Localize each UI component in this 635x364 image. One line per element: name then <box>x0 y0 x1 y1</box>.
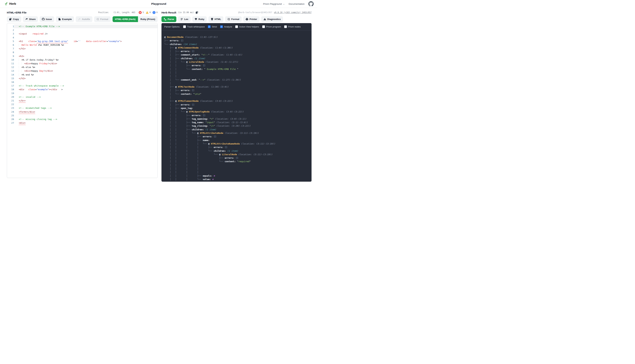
checkbox-icon[interactable] <box>262 26 265 28</box>
code-line[interactable]: 2 <box>7 28 157 32</box>
github-icon[interactable] <box>308 1 314 6</box>
code-line[interactable]: 16 <box>7 80 157 84</box>
line-number: 21 <box>7 99 14 102</box>
code-line[interactable]: 21</br> <box>7 99 157 102</box>
ast-line: │ │ <box>164 71 308 74</box>
diagnostics-button[interactable]: Diagnostics <box>261 16 283 22</box>
code-line[interactable]: 7</h1> <box>7 47 157 50</box>
documentation-link[interactable]: Documentation <box>288 3 304 5</box>
parser-option-prism-program[interactable]: Prism program <box>262 26 281 28</box>
code-line[interactable]: 11 <div>Happy Friday!</div> <box>7 62 157 65</box>
parser-options-label: Parser Options: <box>164 26 180 28</box>
format-indent-icon <box>227 18 230 20</box>
ast-line: │ │ ├── tag_opening: "<" (location: (3:0… <box>164 117 308 121</box>
code-line[interactable]: 27<div> <box>7 121 157 125</box>
code-line[interactable]: 9<h2> <box>7 54 157 58</box>
issue-label: Issue <box>46 18 52 20</box>
parser-option-track-whitespace[interactable]: Track whitespace <box>183 26 205 28</box>
ast-tree: @ DocumentNode (location: (1:0)-(27:5))├… <box>161 30 311 182</box>
ast-line: │ │ │ │ ├── errors: [] <box>164 146 308 149</box>
code-line[interactable]: 25 <box>7 114 157 117</box>
format-button[interactable]: Format <box>94 16 111 22</box>
code-line[interactable]: 8 <box>7 50 157 54</box>
code-line[interactable]: 14 <% end %> <box>7 73 157 76</box>
result-format-label: Format <box>231 18 239 20</box>
html-button[interactable]: HTML <box>208 16 223 22</box>
checkbox-checked-icon[interactable]: ✓ <box>220 26 223 28</box>
code-line[interactable]: 4 <box>7 36 157 40</box>
code-line[interactable]: 17<!-- Track whitespace example --> <box>7 84 157 88</box>
parser-option-prism-nodes[interactable]: Prism nodes <box>284 26 301 28</box>
code-line-content: <form></div> <box>14 110 157 114</box>
line-number: 20 <box>7 95 14 99</box>
code-line[interactable]: 19 <box>7 92 157 95</box>
code-line[interactable]: 22 <box>7 102 157 106</box>
printer-icon <box>246 18 248 20</box>
tab-html-erb-herb[interactable]: HTML+ERB (Herb) <box>113 16 138 22</box>
code-line-content: <div class="example"></div > <box>14 88 157 91</box>
code-line[interactable]: 10 <% if Date.today.friday? %> <box>7 58 157 62</box>
code-line[interactable]: 23<!-- mismatched tags --> <box>7 106 157 110</box>
brand[interactable]: Herb <box>4 2 16 6</box>
parser-option-strict[interactable]: ✓Strict <box>208 26 217 28</box>
copy-result-icon[interactable] <box>195 11 198 14</box>
code-line-content: <!-- Track whitespace example --> <box>14 84 157 88</box>
line-number: 10 <box>7 58 14 62</box>
parser-option-analyze[interactable]: ✓Analyze <box>220 26 232 28</box>
line-number: 14 <box>7 73 14 76</box>
checkbox-icon[interactable] <box>183 26 186 28</box>
tab-ruby-prism[interactable]: Ruby (Prism) <box>138 16 158 22</box>
format-icon <box>96 18 99 20</box>
code-line[interactable]: 13 <div>Happy Day!</div> <box>7 69 157 73</box>
printer-button[interactable]: Printer <box>243 16 259 22</box>
left-panel-title: HTML+ERB File <box>7 11 27 14</box>
printer-label: Printer <box>249 18 257 20</box>
example-button[interactable]: Example <box>56 16 74 22</box>
version-link[interactable]: v0.8.10 (+183 commits) 2402c957 <box>274 11 311 14</box>
checkbox-icon[interactable] <box>235 26 238 28</box>
code-line[interactable]: 6 Hello World <%= RUBY_VERSION %> <box>7 43 157 47</box>
result-format-button[interactable]: Format <box>225 16 242 22</box>
copy-button[interactable]: Copy <box>7 16 21 22</box>
ast-line: │ │ ├── errors: [] <box>164 114 308 117</box>
issue-button[interactable]: Issue <box>40 16 54 22</box>
checkbox-icon[interactable] <box>284 26 287 28</box>
position-label: Position: <box>98 11 109 14</box>
code-line[interactable]: 20<!-- invalid --> <box>7 95 157 99</box>
code-line-content: </h1> <box>14 47 157 50</box>
code-line[interactable]: 15</h2> <box>7 76 157 80</box>
code-line[interactable]: 1<!-- Example HTML+ERB File --> <box>7 24 157 28</box>
ast-line: │ │ │ │ ├── errors: [] <box>164 156 308 160</box>
code-line-content: <!-- Example HTML+ERB File --> <box>14 24 157 28</box>
parser-option-action-view-helpers[interactable]: Action View helpers <box>235 26 259 28</box>
ruby-button[interactable]: Ruby <box>192 16 207 22</box>
code-line-content: <% else %> <box>14 65 157 69</box>
share-button[interactable]: Share <box>23 16 38 22</box>
code-line-content: <% end %> <box>14 73 157 76</box>
ast-line: │ ├── children: (1 item) <box>164 57 308 60</box>
code-line-content <box>14 114 157 117</box>
ast-line: │ │ │ ├── name: <box>164 138 308 142</box>
checkbox-checked-icon[interactable]: ✓ <box>208 26 211 28</box>
prism-playground-link[interactable]: Prism Playground → <box>263 3 285 5</box>
line-number: 25 <box>7 114 14 117</box>
code-editor[interactable]: 1<!-- Example HTML+ERB File -->2 3<input… <box>7 23 158 178</box>
code-line[interactable]: 24<form></div> <box>7 110 157 114</box>
lex-button[interactable]: Lex <box>178 16 191 22</box>
code-line-content: <h2> <box>14 54 157 58</box>
autofix-button[interactable]: Autofix <box>76 16 92 22</box>
code-line[interactable]: 5<h1 class='bg-gray-300 text-gray" id=''… <box>7 40 157 43</box>
file-icon <box>58 18 61 20</box>
parse-button[interactable]: Parse <box>161 16 176 22</box>
code-line[interactable]: 18<div class="example"></div > <box>7 88 157 91</box>
format-label: Format <box>100 18 108 20</box>
code-line[interactable]: 26<!-- missing closing tag --> <box>7 117 157 121</box>
code-line-content: <input required /> <box>14 32 157 36</box>
line-number: 13 <box>7 69 14 73</box>
ast-line: @ DocumentNode (location: (1:0)-(27:5)) <box>164 36 308 39</box>
code-line[interactable]: 12 <% else %> <box>7 65 157 69</box>
code-line-content: Hello World <%= RUBY_VERSION %> <box>14 43 157 47</box>
code-line[interactable]: 3<input required /> <box>7 32 157 36</box>
ast-line: │ ├── errors: [] <box>164 103 308 106</box>
ast-line: │ │ └── content: " Example HTML+ERB File… <box>164 68 308 71</box>
